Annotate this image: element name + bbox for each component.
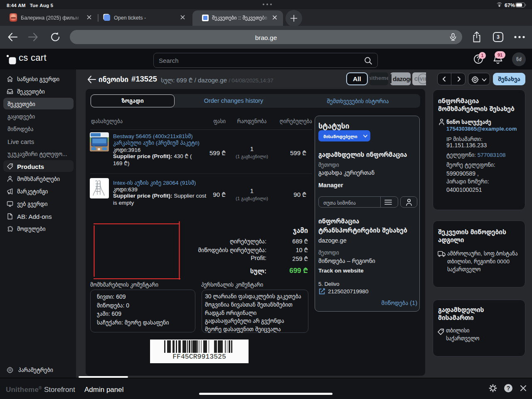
svg-text:67%: 67%: [505, 2, 515, 8]
